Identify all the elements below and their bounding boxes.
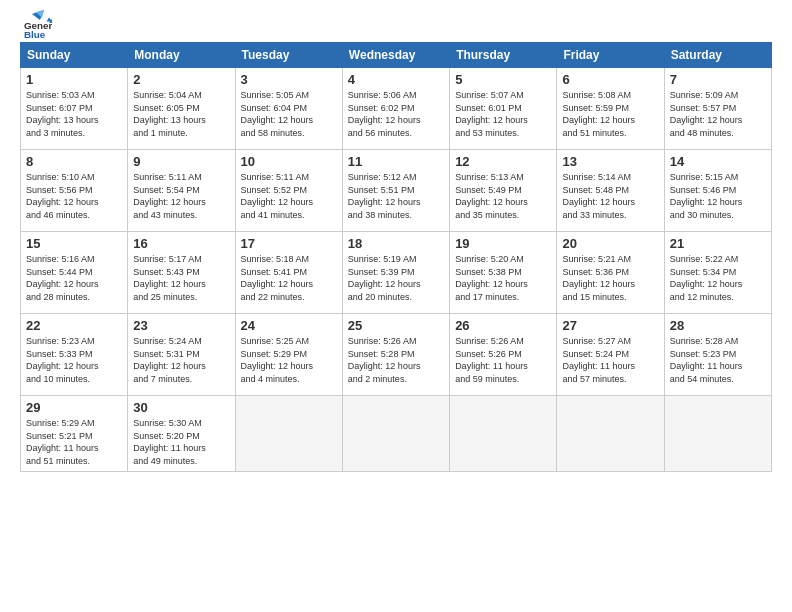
weekday-header-row: SundayMondayTuesdayWednesdayThursdayFrid… [21, 43, 772, 68]
calendar-cell: 12Sunrise: 5:13 AMSunset: 5:49 PMDayligh… [450, 150, 557, 232]
day-number: 4 [348, 72, 444, 87]
day-number: 16 [133, 236, 229, 251]
day-number: 28 [670, 318, 766, 333]
calendar-cell [664, 396, 771, 472]
day-info: Sunrise: 5:19 AMSunset: 5:39 PMDaylight:… [348, 253, 444, 303]
day-info: Sunrise: 5:06 AMSunset: 6:02 PMDaylight:… [348, 89, 444, 139]
day-number: 29 [26, 400, 122, 415]
day-number: 6 [562, 72, 658, 87]
calendar-cell: 21Sunrise: 5:22 AMSunset: 5:34 PMDayligh… [664, 232, 771, 314]
day-number: 20 [562, 236, 658, 251]
day-info: Sunrise: 5:09 AMSunset: 5:57 PMDaylight:… [670, 89, 766, 139]
day-info: Sunrise: 5:26 AMSunset: 5:28 PMDaylight:… [348, 335, 444, 385]
calendar-week-row: 29Sunrise: 5:29 AMSunset: 5:21 PMDayligh… [21, 396, 772, 472]
calendar-cell: 8Sunrise: 5:10 AMSunset: 5:56 PMDaylight… [21, 150, 128, 232]
calendar-week-row: 22Sunrise: 5:23 AMSunset: 5:33 PMDayligh… [21, 314, 772, 396]
calendar-cell: 24Sunrise: 5:25 AMSunset: 5:29 PMDayligh… [235, 314, 342, 396]
calendar-cell: 3Sunrise: 5:05 AMSunset: 6:04 PMDaylight… [235, 68, 342, 150]
day-info: Sunrise: 5:04 AMSunset: 6:05 PMDaylight:… [133, 89, 229, 139]
calendar-cell [342, 396, 449, 472]
day-number: 23 [133, 318, 229, 333]
calendar-cell [235, 396, 342, 472]
calendar-cell: 2Sunrise: 5:04 AMSunset: 6:05 PMDaylight… [128, 68, 235, 150]
calendar-cell: 10Sunrise: 5:11 AMSunset: 5:52 PMDayligh… [235, 150, 342, 232]
calendar-cell: 18Sunrise: 5:19 AMSunset: 5:39 PMDayligh… [342, 232, 449, 314]
day-number: 1 [26, 72, 122, 87]
weekday-header-monday: Monday [128, 43, 235, 68]
day-info: Sunrise: 5:27 AMSunset: 5:24 PMDaylight:… [562, 335, 658, 385]
day-number: 13 [562, 154, 658, 169]
day-info: Sunrise: 5:25 AMSunset: 5:29 PMDaylight:… [241, 335, 337, 385]
day-info: Sunrise: 5:07 AMSunset: 6:01 PMDaylight:… [455, 89, 551, 139]
day-number: 30 [133, 400, 229, 415]
calendar-cell: 19Sunrise: 5:20 AMSunset: 5:38 PMDayligh… [450, 232, 557, 314]
calendar-cell: 30Sunrise: 5:30 AMSunset: 5:20 PMDayligh… [128, 396, 235, 472]
day-info: Sunrise: 5:16 AMSunset: 5:44 PMDaylight:… [26, 253, 122, 303]
day-info: Sunrise: 5:23 AMSunset: 5:33 PMDaylight:… [26, 335, 122, 385]
header: General Blue [20, 16, 772, 32]
calendar-cell: 7Sunrise: 5:09 AMSunset: 5:57 PMDaylight… [664, 68, 771, 150]
day-info: Sunrise: 5:08 AMSunset: 5:59 PMDaylight:… [562, 89, 658, 139]
logo-bird-icon [22, 10, 44, 32]
weekday-header-wednesday: Wednesday [342, 43, 449, 68]
day-info: Sunrise: 5:03 AMSunset: 6:07 PMDaylight:… [26, 89, 122, 139]
calendar-cell: 6Sunrise: 5:08 AMSunset: 5:59 PMDaylight… [557, 68, 664, 150]
calendar-cell: 1Sunrise: 5:03 AMSunset: 6:07 PMDaylight… [21, 68, 128, 150]
calendar-table: SundayMondayTuesdayWednesdayThursdayFrid… [20, 42, 772, 472]
day-info: Sunrise: 5:15 AMSunset: 5:46 PMDaylight:… [670, 171, 766, 221]
calendar-cell [450, 396, 557, 472]
calendar-cell: 16Sunrise: 5:17 AMSunset: 5:43 PMDayligh… [128, 232, 235, 314]
day-info: Sunrise: 5:20 AMSunset: 5:38 PMDaylight:… [455, 253, 551, 303]
calendar-week-row: 15Sunrise: 5:16 AMSunset: 5:44 PMDayligh… [21, 232, 772, 314]
day-info: Sunrise: 5:12 AMSunset: 5:51 PMDaylight:… [348, 171, 444, 221]
day-info: Sunrise: 5:22 AMSunset: 5:34 PMDaylight:… [670, 253, 766, 303]
day-info: Sunrise: 5:29 AMSunset: 5:21 PMDaylight:… [26, 417, 122, 467]
day-number: 15 [26, 236, 122, 251]
day-number: 19 [455, 236, 551, 251]
calendar-cell: 22Sunrise: 5:23 AMSunset: 5:33 PMDayligh… [21, 314, 128, 396]
day-info: Sunrise: 5:24 AMSunset: 5:31 PMDaylight:… [133, 335, 229, 385]
day-info: Sunrise: 5:18 AMSunset: 5:41 PMDaylight:… [241, 253, 337, 303]
day-number: 14 [670, 154, 766, 169]
day-number: 22 [26, 318, 122, 333]
day-number: 27 [562, 318, 658, 333]
calendar-cell: 23Sunrise: 5:24 AMSunset: 5:31 PMDayligh… [128, 314, 235, 396]
logo: General Blue [20, 16, 52, 32]
calendar-cell: 11Sunrise: 5:12 AMSunset: 5:51 PMDayligh… [342, 150, 449, 232]
calendar-week-row: 1Sunrise: 5:03 AMSunset: 6:07 PMDaylight… [21, 68, 772, 150]
calendar-cell: 14Sunrise: 5:15 AMSunset: 5:46 PMDayligh… [664, 150, 771, 232]
calendar-cell: 4Sunrise: 5:06 AMSunset: 6:02 PMDaylight… [342, 68, 449, 150]
weekday-header-thursday: Thursday [450, 43, 557, 68]
weekday-header-tuesday: Tuesday [235, 43, 342, 68]
calendar-cell [557, 396, 664, 472]
day-number: 9 [133, 154, 229, 169]
day-info: Sunrise: 5:26 AMSunset: 5:26 PMDaylight:… [455, 335, 551, 385]
day-info: Sunrise: 5:17 AMSunset: 5:43 PMDaylight:… [133, 253, 229, 303]
calendar-cell: 5Sunrise: 5:07 AMSunset: 6:01 PMDaylight… [450, 68, 557, 150]
day-number: 5 [455, 72, 551, 87]
day-info: Sunrise: 5:28 AMSunset: 5:23 PMDaylight:… [670, 335, 766, 385]
calendar-cell: 17Sunrise: 5:18 AMSunset: 5:41 PMDayligh… [235, 232, 342, 314]
day-number: 12 [455, 154, 551, 169]
day-number: 7 [670, 72, 766, 87]
day-number: 25 [348, 318, 444, 333]
day-number: 10 [241, 154, 337, 169]
calendar-page: General Blue [0, 0, 792, 612]
calendar-cell: 29Sunrise: 5:29 AMSunset: 5:21 PMDayligh… [21, 396, 128, 472]
day-number: 11 [348, 154, 444, 169]
calendar-cell: 25Sunrise: 5:26 AMSunset: 5:28 PMDayligh… [342, 314, 449, 396]
calendar-cell: 13Sunrise: 5:14 AMSunset: 5:48 PMDayligh… [557, 150, 664, 232]
calendar-cell: 28Sunrise: 5:28 AMSunset: 5:23 PMDayligh… [664, 314, 771, 396]
day-info: Sunrise: 5:11 AMSunset: 5:52 PMDaylight:… [241, 171, 337, 221]
day-number: 24 [241, 318, 337, 333]
day-number: 2 [133, 72, 229, 87]
day-number: 17 [241, 236, 337, 251]
day-number: 8 [26, 154, 122, 169]
day-number: 21 [670, 236, 766, 251]
calendar-cell: 26Sunrise: 5:26 AMSunset: 5:26 PMDayligh… [450, 314, 557, 396]
day-info: Sunrise: 5:10 AMSunset: 5:56 PMDaylight:… [26, 171, 122, 221]
weekday-header-friday: Friday [557, 43, 664, 68]
calendar-cell: 20Sunrise: 5:21 AMSunset: 5:36 PMDayligh… [557, 232, 664, 314]
calendar-cell: 27Sunrise: 5:27 AMSunset: 5:24 PMDayligh… [557, 314, 664, 396]
day-info: Sunrise: 5:11 AMSunset: 5:54 PMDaylight:… [133, 171, 229, 221]
